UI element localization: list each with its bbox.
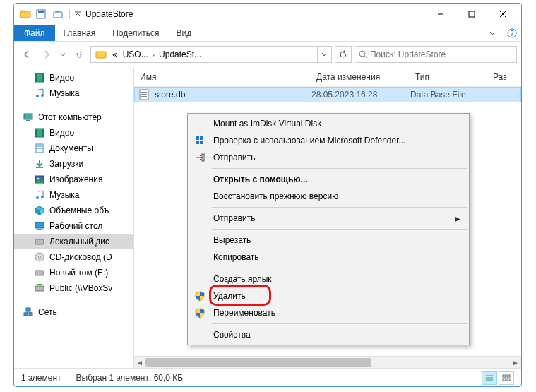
svg-point-18 (41, 94, 44, 97)
context-item-label: Проверка с использованием Microsoft Defe… (213, 136, 406, 145)
context-item-7[interactable]: Отправить▶ (189, 210, 467, 227)
sidebar-item-3[interactable]: Этот компьютер (14, 109, 133, 125)
context-item-4[interactable]: Открыть с помощью... (189, 171, 467, 188)
sidebar-item-label: Новый том (E:) (49, 268, 108, 278)
context-item-1[interactable]: Проверка с использованием Microsoft Defe… (189, 132, 467, 149)
svg-rect-6 (469, 11, 475, 17)
ribbon-expand-icon[interactable] (482, 25, 503, 41)
qat-properties-icon[interactable] (34, 7, 48, 21)
ribbon-file-tab[interactable]: Файл (14, 25, 55, 41)
horizontal-scrollbar[interactable]: ◄ ► (134, 356, 521, 368)
view-details-button[interactable] (482, 371, 497, 385)
sidebar-item-6[interactable]: Загрузки (14, 156, 133, 172)
sidebar-item-8[interactable]: Музыка (14, 187, 133, 203)
svg-rect-54 (507, 379, 510, 381)
sidebar-item-9[interactable]: Объемные объ (14, 203, 133, 218)
sidebar-item-5[interactable]: Документы (14, 141, 133, 156)
svg-rect-23 (42, 129, 44, 137)
desk-icon (34, 220, 45, 232)
drive-icon (34, 236, 45, 247)
svg-rect-22 (35, 129, 37, 137)
cd-icon (34, 251, 45, 263)
sidebar-item-label: CD-дисковод (D (49, 252, 112, 262)
film-icon (34, 127, 45, 138)
sidebar-item-12[interactable]: CD-дисковод (D (14, 249, 133, 265)
close-button[interactable] (487, 4, 518, 25)
svg-rect-42 (29, 313, 32, 316)
svg-rect-57 (196, 141, 199, 144)
context-item-0[interactable]: Mount as ImDisk Virtual Disk (189, 115, 467, 132)
sidebar-item-0[interactable]: Видео (14, 70, 133, 85)
nav-up-button[interactable] (71, 46, 88, 63)
search-box[interactable] (355, 46, 517, 63)
chevron-right-icon[interactable]: › (151, 51, 156, 59)
shield-uac-icon (193, 307, 206, 319)
sidebar-item-7[interactable]: Изображения (14, 172, 133, 187)
svg-rect-56 (200, 136, 203, 140)
ribbon-tab-view[interactable]: Вид (167, 25, 200, 41)
sidebar-item-11[interactable]: Локальный дис (14, 234, 133, 249)
context-item-9[interactable]: Вырезать (189, 232, 467, 249)
ribbon-help-icon[interactable]: ? (503, 25, 521, 41)
search-icon (358, 49, 367, 59)
scroll-left-icon[interactable]: ◄ (134, 357, 145, 368)
minimize-button[interactable] (425, 4, 456, 25)
nav-recent-dropdown[interactable] (58, 46, 68, 63)
doc-icon (34, 143, 45, 154)
column-size[interactable]: Раз (487, 72, 521, 82)
context-item-5[interactable]: Восстановить прежнюю версию (189, 188, 467, 205)
context-item-14[interactable]: Переименовать (189, 304, 467, 321)
column-date[interactable]: Дата изменения (311, 72, 410, 82)
column-type[interactable]: Тип (410, 72, 487, 82)
breadcrumb-0[interactable]: USO... (120, 49, 151, 59)
context-item-label: Копировать (213, 252, 259, 262)
svg-rect-33 (37, 229, 42, 230)
nav-forward-button[interactable] (38, 46, 55, 63)
context-item-label: Переименовать (213, 308, 275, 318)
file-row[interactable]: store.db 28.05.2023 16:28 Data Base File (134, 87, 521, 102)
svg-text:?: ? (510, 30, 514, 37)
context-item-16[interactable]: Свойства (189, 326, 467, 343)
maximize-button[interactable] (456, 4, 487, 25)
breadcrumb-1[interactable]: UpdateSt... (156, 49, 204, 59)
refresh-button[interactable] (335, 46, 352, 63)
svg-rect-32 (35, 222, 44, 228)
context-item-2[interactable]: Отправить (189, 149, 467, 166)
context-item-label: Открыть с помощью... (213, 174, 308, 184)
svg-rect-59 (202, 154, 204, 161)
sidebar-item-10[interactable]: Рабочий стол (14, 218, 133, 234)
svg-rect-41 (24, 313, 28, 316)
sidebar-item-label: Public (\\VBoxSv (49, 283, 112, 293)
breadcrumb-prefix[interactable]: « (109, 49, 120, 59)
view-icons-button[interactable] (499, 371, 514, 385)
search-input[interactable] (370, 49, 513, 59)
svg-rect-11 (96, 52, 106, 58)
nav-back-button[interactable] (18, 46, 35, 63)
sidebar-item-4[interactable]: Видео (14, 125, 133, 141)
sidebar-item-1[interactable]: Музыка (14, 85, 133, 101)
sidebar-item-16[interactable]: Сеть (14, 304, 133, 320)
qat-dropdown-icon[interactable] (74, 11, 81, 18)
sidebar-item-label: Документы (49, 143, 93, 153)
sidebar-item-13[interactable]: Новый том (E:) (14, 265, 133, 280)
status-item-count: 1 элемент (21, 373, 61, 383)
sidebar-item-label: Изображения (49, 174, 102, 184)
column-name[interactable]: Имя (134, 72, 311, 82)
context-item-12[interactable]: Создать ярлык (189, 271, 467, 287)
scroll-right-icon[interactable]: ► (510, 357, 521, 368)
sidebar-item-14[interactable]: Public (\\VBoxSv (14, 280, 133, 296)
context-item-10[interactable]: Копировать (189, 249, 467, 266)
scroll-thumb[interactable] (145, 358, 371, 367)
sidebar-item-label: Этот компьютер (38, 112, 102, 122)
ribbon-tab-share[interactable]: Поделиться (104, 25, 167, 41)
svg-rect-2 (37, 10, 45, 18)
qat-new-folder-icon[interactable] (51, 7, 65, 21)
address-dropdown-icon[interactable] (317, 47, 330, 62)
context-item-13[interactable]: Удалить (189, 287, 467, 304)
file-date: 28.05.2023 16:28 (311, 90, 410, 100)
quick-access-toolbar (34, 7, 65, 21)
file-type: Data Base File (410, 90, 488, 100)
svg-rect-53 (503, 379, 506, 381)
address-bar[interactable]: « USO... › UpdateSt... (90, 46, 332, 63)
ribbon-tab-home[interactable]: Главная (55, 25, 105, 41)
